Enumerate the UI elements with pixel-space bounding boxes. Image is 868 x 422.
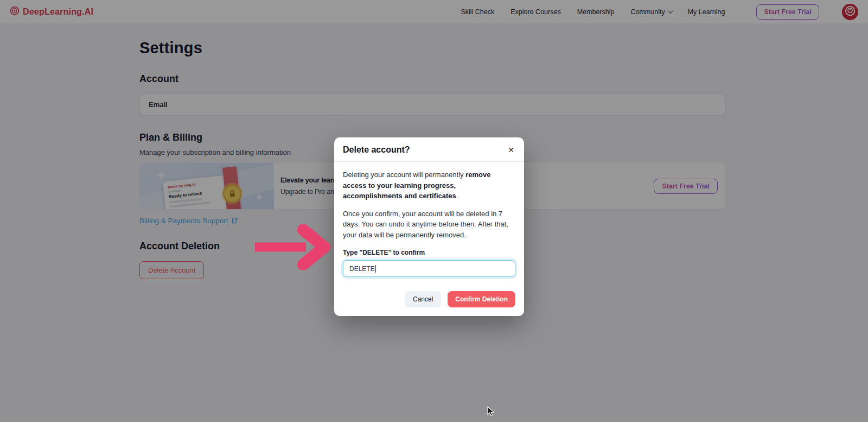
delete-account-modal: Delete account? ✕ Deleting your account … [334, 137, 524, 316]
modal-header: Delete account? ✕ [334, 137, 524, 161]
text-caret [375, 265, 376, 273]
delete-confirm-input[interactable]: DELETE [343, 260, 515, 277]
cancel-button[interactable]: Cancel [405, 291, 441, 307]
mouse-cursor-icon [487, 406, 495, 419]
modal-body: Deleting your account will permanently r… [334, 162, 524, 316]
close-icon[interactable]: ✕ [507, 145, 515, 155]
modal-paragraph-1: Deleting your account will permanently r… [343, 169, 515, 201]
annotation-arrow-icon [250, 224, 331, 272]
input-value: DELETE [349, 265, 375, 273]
modal-footer: Cancel Confirm Deletion [343, 291, 515, 307]
app-window: DeepLearning.AI Skill Check Explore Cour… [0, 0, 868, 422]
modal-paragraph-2: Once you confirm, your account will be d… [343, 209, 515, 241]
confirm-deletion-button[interactable]: Confirm Deletion [448, 291, 515, 307]
modal-title: Delete account? [343, 145, 410, 155]
confirm-input-label: Type "DELETE" to confirm [343, 249, 515, 256]
